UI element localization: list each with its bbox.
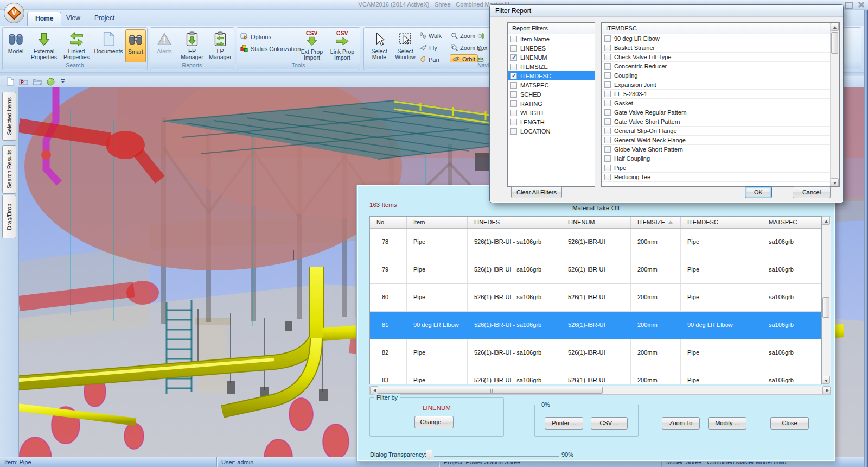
checkbox-icon[interactable] xyxy=(604,54,611,60)
properties-folder-icon[interactable]: P xyxy=(19,77,28,86)
checkbox-icon[interactable] xyxy=(604,165,611,171)
walk-button[interactable]: Walk xyxy=(419,31,442,41)
column-header-itemsize[interactable]: ITEMSIZE xyxy=(631,217,681,228)
publish-globe-icon[interactable] xyxy=(46,77,55,86)
checkbox-icon[interactable] xyxy=(604,81,611,88)
filter-option[interactable]: MATSPEC xyxy=(508,80,595,90)
column-header-linedes[interactable]: LINEDES xyxy=(468,217,561,228)
filter-value-option[interactable]: Concentric Reducer xyxy=(602,62,831,71)
mto-table[interactable]: No.ItemLINEDESLINENUMITEMSIZEITEMDESCMAT… xyxy=(369,216,822,384)
table-row[interactable]: 80Pipe526(1)-IBR-UI - sa106grb526(1)-IBR… xyxy=(370,284,821,312)
filter-value-option[interactable]: Gasket xyxy=(602,99,831,108)
filter-value-option[interactable]: Pipe xyxy=(602,163,831,173)
transparency-slider-thumb[interactable] xyxy=(426,450,432,460)
linked-properties-button[interactable]: Linked Properties xyxy=(61,29,92,63)
select-window-button[interactable]: Select Window xyxy=(392,29,418,63)
column-header-matspec[interactable]: MATSPEC xyxy=(762,217,822,228)
filter-value-option[interactable]: Expansion Joint xyxy=(602,80,831,90)
mto-vertical-scrollbar[interactable] xyxy=(822,216,831,384)
maximize-icon[interactable] xyxy=(844,1,852,8)
checkbox-icon[interactable] xyxy=(604,128,611,134)
mto-horizontal-scrollbar[interactable] xyxy=(369,386,831,395)
scroll-thumb[interactable] xyxy=(378,387,603,394)
zoom-to-button[interactable]: Zoom To xyxy=(662,417,700,430)
documents-button[interactable]: Documents xyxy=(93,29,124,63)
filter-option[interactable]: LENGTH xyxy=(508,117,595,127)
toolbar-options-caret-icon[interactable] xyxy=(60,78,66,85)
transparency-slider-track[interactable] xyxy=(434,456,559,457)
filter-option[interactable]: Item Name xyxy=(508,34,595,43)
examine-icon[interactable] xyxy=(477,43,484,53)
filter-option[interactable]: RATING xyxy=(508,99,595,108)
checkbox-icon[interactable] xyxy=(604,137,611,143)
tab-project[interactable]: Project xyxy=(87,12,122,26)
checkbox-icon[interactable] xyxy=(510,119,517,125)
scroll-up-icon[interactable] xyxy=(831,23,839,31)
checkbox-icon[interactable] xyxy=(510,110,517,116)
filter-option[interactable]: SCHED xyxy=(508,90,595,99)
checkbox-icon[interactable] xyxy=(604,109,611,116)
checkbox-icon[interactable] xyxy=(510,82,517,89)
checkbox-icon[interactable] xyxy=(510,36,517,42)
table-row[interactable]: 78Pipe526(1)-IBR-UI - sa106grb526(1)-IBR… xyxy=(370,229,821,256)
filter-value-option[interactable]: General Weld Neck Flange xyxy=(602,136,831,145)
checkbox-icon[interactable] xyxy=(604,72,611,79)
scroll-thumb[interactable] xyxy=(822,297,829,318)
checkbox-icon[interactable] xyxy=(510,73,517,79)
ext-prop-import-button[interactable]: CSV Ext Prop Import xyxy=(298,29,326,63)
checkbox-icon[interactable] xyxy=(510,54,517,61)
column-header-item[interactable]: Item xyxy=(407,217,468,228)
filter-value-option[interactable]: FE 5-2303-1 xyxy=(602,90,831,99)
table-row[interactable]: 79Pipe526(1)-IBR-UI - sa106grb526(1)-IBR… xyxy=(370,256,821,284)
values-scrollbar[interactable] xyxy=(830,23,839,186)
change-button[interactable]: Change ... xyxy=(414,416,454,428)
scroll-left-icon[interactable] xyxy=(370,386,378,394)
column-header-itemdesc[interactable]: ITEMDESC xyxy=(681,217,762,228)
filter-option[interactable]: WEIGHT xyxy=(508,108,595,117)
checkbox-icon[interactable] xyxy=(604,155,611,162)
checkbox-icon[interactable] xyxy=(604,35,611,42)
filter-value-option[interactable]: Half Coupling xyxy=(602,154,831,163)
external-properties-button[interactable]: External Properties xyxy=(28,29,60,63)
printer-button[interactable]: Printer ... xyxy=(545,417,583,430)
model-button[interactable]: Model xyxy=(4,29,27,63)
lp-manager-button[interactable]: LP Manager xyxy=(207,29,234,63)
zoom-button[interactable]: Zoom xyxy=(451,31,475,41)
open-folder-icon[interactable] xyxy=(33,77,42,86)
checkbox-icon[interactable] xyxy=(604,91,611,97)
csv-export-button[interactable]: CSV ... xyxy=(591,417,628,430)
checkbox-icon[interactable] xyxy=(604,174,611,180)
checkbox-icon[interactable] xyxy=(604,63,611,70)
filter-option[interactable]: LINEDES xyxy=(508,43,595,53)
link-prop-import-button[interactable]: CSV Link Prop Import xyxy=(328,29,356,63)
checkbox-icon[interactable] xyxy=(510,64,517,70)
sidetab-search-results[interactable]: Search Results xyxy=(2,145,16,194)
ok-button[interactable]: OK xyxy=(745,186,772,198)
table-row[interactable]: 8190 deg LR Elbow526(1)-IBR-UI - sa106gr… xyxy=(370,312,821,339)
column-header-no-[interactable]: No. xyxy=(370,217,407,228)
close-icon[interactable] xyxy=(857,1,865,8)
scroll-thumb[interactable] xyxy=(831,32,838,54)
status-colorization-button[interactable]: Status Colorization xyxy=(240,44,301,54)
checkbox-icon[interactable] xyxy=(510,128,517,135)
scroll-right-icon[interactable] xyxy=(822,386,831,394)
filter-option[interactable]: ITEMDESC xyxy=(508,71,595,80)
checkbox-icon[interactable] xyxy=(510,100,517,107)
filter-value-option[interactable]: Reducing Tee xyxy=(602,173,831,182)
options-button[interactable]: Options xyxy=(240,32,271,42)
checkbox-icon[interactable] xyxy=(604,45,611,51)
report-filters-list[interactable]: Report Filters Item NameLINEDESLINENUMIT… xyxy=(507,22,595,187)
scroll-up-icon[interactable] xyxy=(822,217,830,225)
filter-value-option[interactable]: 90 deg LR Elbow xyxy=(602,34,831,43)
table-row[interactable]: 83Pipe526(1)-IBR-UI - sa106grb526(1)-IBR… xyxy=(370,367,821,384)
checkbox-icon[interactable] xyxy=(510,91,517,98)
look-around-icon[interactable] xyxy=(477,31,484,41)
column-header-linenum[interactable]: LINENUM xyxy=(561,217,631,228)
checkbox-icon[interactable] xyxy=(604,118,611,125)
smart-button[interactable]: Smart xyxy=(125,29,146,63)
tab-view[interactable]: View xyxy=(59,12,88,26)
filter-value-option[interactable]: Globe Valve Short Pattern xyxy=(602,145,831,154)
fly-button[interactable]: Fly xyxy=(419,43,437,53)
close-button[interactable]: Close xyxy=(770,417,809,430)
app-logo-icon[interactable]: V xyxy=(4,3,24,23)
